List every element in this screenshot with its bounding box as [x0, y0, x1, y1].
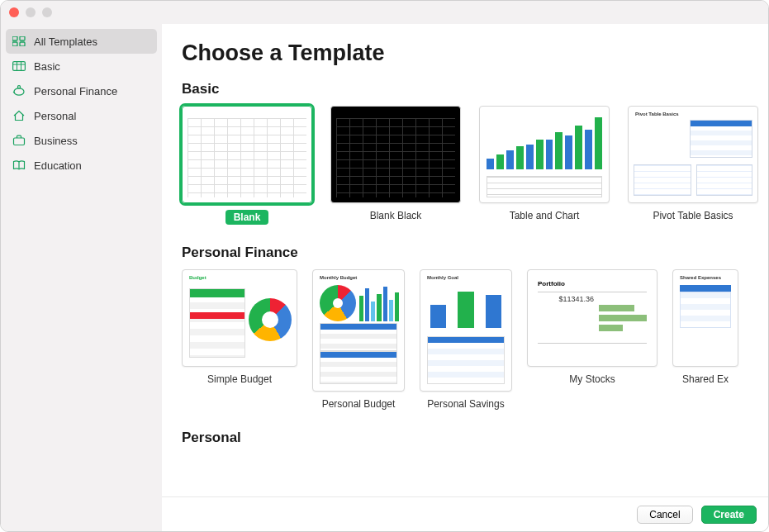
sidebar-item-label: Education [34, 159, 82, 172]
sidebar-item-label: All Templates [34, 36, 97, 48]
svg-rect-2 [12, 42, 17, 46]
template-thumb: Monthly Goal [420, 269, 512, 392]
section-title-personal-finance: Personal Finance [182, 245, 768, 261]
footer: Cancel Create [162, 496, 768, 531]
template-thumb: Pivot Table Basics [628, 106, 758, 203]
template-caption: Personal Budget [322, 398, 396, 410]
template-thumb [182, 106, 312, 203]
template-thumb: Monthly Budget [312, 269, 405, 392]
template-caption: Blank Black [370, 210, 422, 221]
template-caption: My Stocks [569, 373, 615, 385]
section-title-basic: Basic [182, 81, 768, 97]
template-blank[interactable]: Blank [182, 106, 312, 225]
svg-rect-0 [12, 36, 17, 40]
section-row-personal-finance: Budget Simple Budget Monthly Budget [182, 269, 768, 416]
sidebar-item-personal[interactable]: Personal [1, 103, 162, 128]
sidebar-item-all-templates[interactable]: All Templates [6, 29, 157, 54]
template-caption: Personal Savings [427, 398, 504, 410]
sidebar-item-label: Personal Finance [34, 85, 117, 97]
template-personal-budget[interactable]: Monthly Budget Personal Budget [312, 269, 405, 410]
template-personal-savings[interactable]: Monthly Goal Personal Savings [420, 269, 512, 410]
sidebar-item-label: Business [34, 135, 78, 147]
svg-rect-3 [20, 42, 25, 46]
svg-point-9 [17, 86, 20, 88]
svg-rect-1 [20, 36, 25, 40]
template-thumb [330, 106, 461, 203]
template-caption: Shared Ex [682, 373, 729, 385]
sidebar-item-business[interactable]: Business [1, 128, 162, 153]
window-controls [9, 7, 52, 17]
template-caption: Simple Budget [207, 373, 272, 385]
template-my-stocks[interactable]: Portfolio $11341.36 My Stocks [527, 269, 657, 410]
sidebar-item-education[interactable]: Education [1, 153, 162, 178]
template-thumb: Budget [182, 269, 297, 367]
svg-rect-10 [14, 138, 25, 145]
titlebar [1, 1, 768, 24]
table-icon [12, 59, 26, 73]
create-button[interactable]: Create [701, 506, 757, 524]
template-caption: Table and Chart [510, 210, 580, 221]
template-thumb: Shared Expenses [672, 269, 738, 367]
minimize-window-button[interactable] [26, 7, 36, 17]
template-scroll[interactable]: Choose a Template Basic Blank Bl [162, 24, 768, 496]
template-shared-expenses[interactable]: Shared Expenses Shared Ex [672, 269, 738, 410]
template-chooser-window: All Templates Basic Personal Finance Per… [0, 0, 769, 532]
template-table-and-chart[interactable]: Table and Chart [479, 106, 610, 225]
main-area: Choose a Template Basic Blank Bl [162, 24, 768, 531]
template-caption: Pivot Table Basics [653, 210, 733, 221]
svg-point-8 [14, 88, 24, 95]
template-pivot-table-basics[interactable]: Pivot Table Basics Pivot Table Basics [628, 106, 758, 225]
template-thumb [479, 106, 610, 203]
cancel-button[interactable]: Cancel [637, 506, 692, 524]
svg-rect-4 [13, 62, 26, 71]
body: All Templates Basic Personal Finance Per… [1, 24, 768, 531]
page-title: Choose a Template [182, 40, 768, 66]
sidebar-item-label: Personal [34, 110, 76, 122]
sidebar-item-label: Basic [34, 60, 60, 73]
briefcase-icon [12, 134, 26, 147]
close-window-button[interactable] [9, 7, 19, 17]
section-row-basic: Blank Blank Black [182, 106, 768, 231]
sidebar-item-personal-finance[interactable]: Personal Finance [1, 78, 162, 103]
template-blank-black[interactable]: Blank Black [330, 106, 461, 225]
sidebar: All Templates Basic Personal Finance Per… [1, 24, 162, 531]
template-caption: Blank [225, 210, 269, 225]
piggybank-icon [12, 84, 26, 97]
book-icon [12, 159, 26, 172]
zoom-window-button[interactable] [42, 7, 52, 17]
home-icon [12, 109, 26, 122]
template-simple-budget[interactable]: Budget Simple Budget [182, 269, 297, 410]
sidebar-item-basic[interactable]: Basic [1, 54, 162, 78]
section-title-personal: Personal [182, 430, 768, 446]
grid-icon [12, 35, 26, 48]
template-thumb: Portfolio $11341.36 [527, 269, 657, 367]
